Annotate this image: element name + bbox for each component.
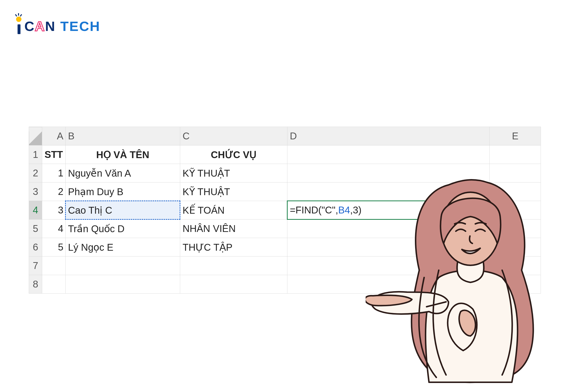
row-header-4[interactable]: 4 <box>29 201 42 220</box>
cell-a7[interactable] <box>42 256 66 275</box>
cell-c2[interactable]: KỸ THUẬT <box>180 164 287 182</box>
cell-b7[interactable] <box>66 256 180 275</box>
row-header-7[interactable]: 7 <box>29 256 42 275</box>
row-header-2[interactable]: 2 <box>29 164 42 182</box>
logo: CAN TECH <box>15 14 101 34</box>
cell-c3[interactable]: KỸ THUẬT <box>180 182 287 201</box>
logo-text-can: CAN <box>24 18 55 34</box>
row-header-6[interactable]: 6 <box>29 238 42 256</box>
cell-b3[interactable]: Phạm Duy B <box>66 182 180 201</box>
cell-e2[interactable] <box>490 164 541 182</box>
cell-e3[interactable] <box>490 182 541 201</box>
cell-e5[interactable] <box>490 220 541 238</box>
spreadsheet[interactable]: A B C D E 1 STT HỌ VÀ TÊN CHỨC VỤ 2 1 Ng… <box>29 127 541 294</box>
cell-d1[interactable] <box>287 146 490 164</box>
cell-d8[interactable] <box>287 275 490 294</box>
logo-text-tech: TECH <box>60 18 100 34</box>
cell-c8[interactable] <box>180 275 287 294</box>
cell-c4[interactable]: KẾ TOÁN <box>180 201 287 220</box>
col-header-a[interactable]: A <box>42 127 66 146</box>
cell-b4[interactable]: Cao Thị C <box>66 201 180 220</box>
cell-e8[interactable] <box>490 275 541 294</box>
cell-c5[interactable]: NHÂN VIÊN <box>180 220 287 238</box>
cell-a6[interactable]: 5 <box>42 238 66 256</box>
row-header-5[interactable]: 5 <box>29 220 42 238</box>
cell-d3[interactable] <box>287 182 490 201</box>
cell-e4[interactable] <box>490 201 541 220</box>
cell-d2[interactable] <box>287 164 490 182</box>
select-all-corner[interactable] <box>29 127 42 146</box>
cell-b8[interactable] <box>66 275 180 294</box>
cell-d4[interactable]: =FIND("C",B4,3) <box>287 201 490 220</box>
logo-bulb-icon <box>15 14 23 34</box>
row-header-8[interactable]: 8 <box>29 275 42 294</box>
col-header-e[interactable]: E <box>490 127 541 146</box>
cell-e6[interactable] <box>490 238 541 256</box>
col-header-d[interactable]: D <box>287 127 490 146</box>
cell-a2[interactable]: 1 <box>42 164 66 182</box>
row-header-3[interactable]: 3 <box>29 182 42 201</box>
cell-b6[interactable]: Lý Ngọc E <box>66 238 180 256</box>
cell-b1[interactable]: HỌ VÀ TÊN <box>66 146 180 164</box>
cell-e1[interactable] <box>490 146 541 164</box>
cell-a5[interactable]: 4 <box>42 220 66 238</box>
cell-b5[interactable]: Trần Quốc D <box>66 220 180 238</box>
cell-a1[interactable]: STT <box>42 146 66 164</box>
col-header-c[interactable]: C <box>180 127 287 146</box>
col-header-b[interactable]: B <box>66 127 180 146</box>
cell-d7[interactable] <box>287 256 490 275</box>
formula-text: =FIND("C",B4,3) <box>290 205 361 215</box>
cell-e7[interactable] <box>490 256 541 275</box>
cell-b2[interactable]: Nguyễn Văn A <box>66 164 180 182</box>
cell-c7[interactable] <box>180 256 287 275</box>
cell-d5[interactable] <box>287 220 490 238</box>
row-header-1[interactable]: 1 <box>29 146 42 164</box>
cell-a8[interactable] <box>42 275 66 294</box>
cell-c1[interactable]: CHỨC VỤ <box>180 146 287 164</box>
cell-d6[interactable] <box>287 238 490 256</box>
cell-c6[interactable]: THỰC TẬP <box>180 238 287 256</box>
cell-a4[interactable]: 3 <box>42 201 66 220</box>
cell-a3[interactable]: 2 <box>42 182 66 201</box>
